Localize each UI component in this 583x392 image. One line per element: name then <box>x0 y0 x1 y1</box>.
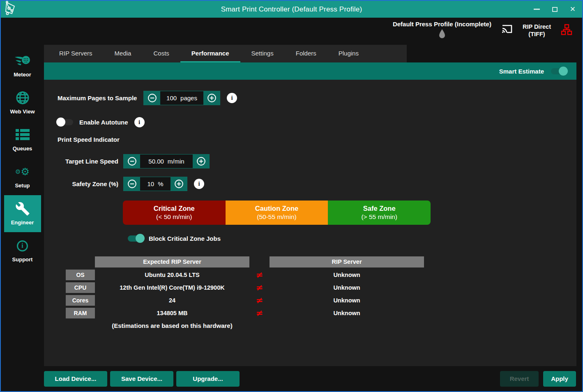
app-logo-icon <box>3 1 19 18</box>
safety-zone-increment-button[interactable] <box>171 177 187 191</box>
tab-settings[interactable]: Settings <box>240 45 285 62</box>
not-equal-icon: ≠ <box>249 308 270 318</box>
window-title: Smart Print Controller (Default Press Pr… <box>1 5 582 14</box>
rip-mode-label: RIP Direct (TIFF) <box>523 23 551 38</box>
meteor-icon <box>14 54 31 68</box>
smart-estimate-label: Smart Estimate <box>499 68 544 75</box>
autotune-row: Enable Autotune i <box>58 117 576 127</box>
tab-performance[interactable]: Performance <box>180 45 240 62</box>
row-label-cores: Cores <box>66 295 95 306</box>
expected-cpu: 12th Gen Intel(R) Core(TM) i9-12900K <box>95 284 249 291</box>
sidebar-item-queues[interactable]: Queues <box>4 121 41 158</box>
info-circle-icon: i <box>17 239 28 253</box>
sidebar-item-setup[interactable]: ⚙⚙ Setup <box>4 158 41 195</box>
safe-zone-segment: Safe Zone (> 55 m/min) <box>328 201 431 225</box>
globe-icon <box>16 91 30 105</box>
smart-estimate-toggle[interactable] <box>551 68 567 74</box>
press-profile-label: Default Press Profile (Incomplete) <box>393 21 491 28</box>
safety-zone-decrement-button[interactable] <box>124 177 140 191</box>
ink-droplet-icon <box>438 28 446 41</box>
wrench-icon <box>15 202 30 216</box>
sidebar-item-label: Setup <box>15 182 30 189</box>
speed-zone-bar: Critical Zone (< 50 m/min) Caution Zone … <box>123 201 431 225</box>
sidebar-item-support[interactable]: i Support <box>4 232 41 269</box>
gears-icon: ⚙⚙ <box>15 165 30 179</box>
app-window: Smart Print Controller (Default Press Pr… <box>0 0 583 392</box>
block-critical-label: Block Critical Zone Jobs <box>149 235 221 242</box>
safety-zone-stepper: 10% <box>123 177 187 191</box>
max-pages-row: Maximum Pages to Sample 100pages <box>58 91 576 105</box>
autotune-info-icon[interactable]: i <box>134 117 145 127</box>
expected-cores: 24 <box>95 297 249 304</box>
sidebar-item-engineer[interactable]: Engineer <box>4 195 41 232</box>
sidebar-item-label: Web View <box>10 108 35 115</box>
expected-rip-server-header: Expected RIP Server <box>95 256 249 267</box>
revert-button[interactable]: Revert <box>500 371 539 387</box>
expected-os: Ubuntu 20.04.5 LTS <box>95 272 249 278</box>
tab-costs[interactable]: Costs <box>142 45 180 62</box>
target-line-speed-label: Target Line Speed <box>58 158 118 165</box>
tab-rip-servers[interactable]: RIP Servers <box>48 45 104 62</box>
maximize-button[interactable] <box>552 7 558 12</box>
print-speed-indicator-heading: Print Speed Indicator <box>58 136 576 143</box>
safety-zone-value[interactable]: 10% <box>140 177 171 191</box>
hardware-caption: (Estimations are based on this hardware) <box>95 322 249 329</box>
save-device-button[interactable]: Save Device... <box>110 371 173 387</box>
not-equal-icon: ≠ <box>249 295 270 305</box>
titlebar: Smart Print Controller (Default Press Pr… <box>1 1 582 18</box>
row-label-cpu: CPU <box>66 282 95 293</box>
apply-button[interactable]: Apply <box>543 371 576 387</box>
actual-cpu: Unknown <box>270 284 424 291</box>
minimize-button[interactable] <box>534 9 540 10</box>
sidebar: Meteor Web View <box>1 45 44 366</box>
sidebar-item-web-view[interactable]: Web View <box>4 84 41 121</box>
caution-zone-segment: Caution Zone (50-55 m/min) <box>226 201 328 225</box>
safety-zone-row: Safety Zone (%) 10% i <box>58 177 576 191</box>
not-equal-icon: ≠ <box>249 270 270 280</box>
footer-bar: Load Device... Save Device... Upgrade...… <box>1 366 582 391</box>
hardware-comparison-table: Expected RIP Server RIP Server OS Ubuntu… <box>66 256 576 329</box>
row-label-ram: RAM <box>66 308 95 318</box>
safety-zone-info-icon[interactable]: i <box>194 179 204 189</box>
not-equal-icon: ≠ <box>249 283 270 293</box>
sidebar-item-label: Queues <box>13 145 32 152</box>
actual-ram: Unknown <box>270 310 424 316</box>
target-line-speed-row: Target Line Speed 50.00m/min <box>58 154 576 168</box>
tab-bar: RIP Servers Media Costs Performance Sett… <box>44 45 407 62</box>
max-pages-decrement-button[interactable] <box>144 91 160 105</box>
upgrade-button[interactable]: Upgrade... <box>176 371 240 387</box>
target-speed-value[interactable]: 50.00m/min <box>140 154 193 168</box>
block-critical-toggle[interactable] <box>128 235 143 242</box>
enable-autotune-toggle[interactable] <box>58 119 73 125</box>
target-speed-increment-button[interactable] <box>193 154 209 168</box>
network-status-icon[interactable] <box>561 24 572 37</box>
tab-media[interactable]: Media <box>104 45 143 62</box>
queues-list-icon <box>16 128 30 142</box>
critical-zone-segment: Critical Zone (< 50 m/min) <box>123 201 226 225</box>
load-device-button[interactable]: Load Device... <box>44 371 107 387</box>
close-button[interactable]: ✕ <box>570 6 576 13</box>
tab-folders[interactable]: Folders <box>285 45 327 62</box>
tab-plugins[interactable]: Plugins <box>327 45 370 62</box>
target-line-speed-stepper: 50.00m/min <box>123 154 210 168</box>
sidebar-item-label: Support <box>12 256 33 263</box>
target-speed-decrement-button[interactable] <box>124 154 140 168</box>
performance-panel: Maximum Pages to Sample 100pages <box>44 80 576 366</box>
sidebar-item-label: Engineer <box>11 219 34 226</box>
max-pages-info-icon[interactable]: i <box>227 93 237 103</box>
sidebar-item-label: Meteor <box>14 71 31 78</box>
max-pages-label: Maximum Pages to Sample <box>58 95 139 101</box>
sidebar-item-meteor[interactable]: Meteor <box>4 47 41 84</box>
rip-server-header: RIP Server <box>270 256 424 267</box>
row-label-os: OS <box>66 270 95 280</box>
expected-ram: 134805 MB <box>95 310 249 316</box>
max-pages-value[interactable]: 100pages <box>160 91 203 105</box>
max-pages-increment-button[interactable] <box>203 91 220 105</box>
smart-estimate-band: Smart Estimate <box>44 62 576 80</box>
press-profile-status: Default Press Profile (Incomplete) <box>393 21 491 41</box>
cast-screen-icon[interactable] <box>501 24 513 35</box>
header-strip: Default Press Profile (Incomplete) RIP D… <box>1 18 582 45</box>
max-pages-stepper: 100pages <box>143 91 220 105</box>
actual-cores: Unknown <box>270 297 424 304</box>
safety-zone-label: Safety Zone (%) <box>58 180 118 187</box>
